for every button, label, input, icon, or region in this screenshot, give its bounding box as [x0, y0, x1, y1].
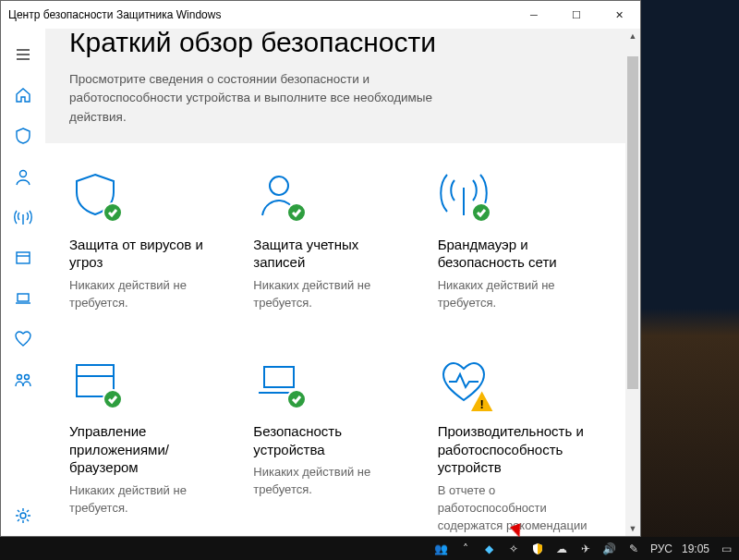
- tray-onedrive-icon[interactable]: ☁: [554, 542, 569, 556]
- sidebar-item-device-performance[interactable]: [1, 319, 45, 359]
- sidebar-item-home[interactable]: [1, 75, 45, 116]
- card-devsec-desc: Никаких действий не требуется.: [253, 464, 410, 499]
- sidebar-menu-button[interactable]: [1, 34, 45, 75]
- svg-point-4: [25, 375, 30, 380]
- sidebar: [1, 29, 45, 536]
- tray-chevron-up-icon[interactable]: ˄: [458, 542, 473, 556]
- scroll-thumb[interactable]: [627, 56, 638, 389]
- svg-rect-8: [264, 367, 294, 387]
- card-devsec-icon-wrap: [253, 356, 305, 408]
- card-perf-title: Производительность и работоспособность у…: [438, 422, 586, 477]
- card-firewall-icon-wrap: [438, 169, 490, 221]
- card-virus[interactable]: Защита от вирусов и угроз Никаких действ…: [69, 169, 248, 312]
- antenna-icon: [14, 208, 32, 226]
- check-badge-icon: [103, 202, 123, 223]
- svg-rect-2: [18, 294, 29, 301]
- sidebar-item-app-browser[interactable]: [1, 237, 45, 278]
- sidebar-item-firewall[interactable]: [1, 197, 45, 237]
- tray-app2-icon[interactable]: ✧: [506, 542, 521, 556]
- scroll-up-icon[interactable]: ▲: [625, 29, 640, 43]
- card-devsec[interactable]: Безопасность устройства Никаких действий…: [253, 356, 431, 536]
- gear-icon: [14, 506, 32, 525]
- titlebar: Центр безопасности Защитника Windows ─ ☐…: [1, 1, 640, 29]
- card-firewall-desc: Никаких действий не требуется.: [438, 277, 595, 312]
- tray-notifications-icon[interactable]: ▭: [719, 542, 733, 556]
- minimize-button[interactable]: ─: [513, 1, 555, 29]
- close-button[interactable]: ✕: [598, 1, 640, 29]
- card-appbrowser[interactable]: Управление приложениями/браузером Никаки…: [69, 356, 248, 536]
- heart-icon: [14, 330, 32, 348]
- card-account-title: Защита учетных записей: [253, 236, 401, 272]
- tray-airplane-icon[interactable]: ✈: [578, 542, 593, 556]
- svg-point-3: [18, 375, 22, 380]
- card-perf[interactable]: Производительность и работоспособность у…: [438, 356, 616, 536]
- app-window: Центр безопасности Защитника Windows ─ ☐…: [0, 0, 641, 537]
- laptop-icon: [14, 289, 32, 308]
- card-account[interactable]: Защита учетных записей Никаких действий …: [253, 169, 431, 312]
- content-area: Краткий обзор безопасности Просмотрите с…: [45, 29, 640, 536]
- card-firewall[interactable]: Брандмауэр и безопасность сети Никаких д…: [438, 169, 616, 312]
- scroll-down-icon[interactable]: ▼: [625, 521, 640, 536]
- page-subtitle: Просмотрите сведения о состоянии безопас…: [69, 70, 457, 127]
- card-virus-icon-wrap: [69, 169, 121, 221]
- check-badge-icon: [471, 202, 491, 223]
- sidebar-settings-button[interactable]: [1, 495, 45, 536]
- tray-clock[interactable]: 19:05: [682, 542, 709, 555]
- card-appbrowser-icon-wrap: [69, 356, 121, 408]
- person-icon: [14, 167, 32, 186]
- shield-icon: [14, 127, 32, 145]
- sidebar-item-virus[interactable]: [1, 116, 45, 156]
- tray-pen-icon[interactable]: ✎: [626, 542, 641, 556]
- card-virus-title: Защита от вирусов и угроз: [69, 236, 217, 272]
- tray-app1-icon[interactable]: ◆: [482, 542, 497, 556]
- tray-people-icon[interactable]: 👥: [434, 542, 449, 556]
- scrollbar[interactable]: ▲ ▼: [625, 29, 640, 536]
- sidebar-item-family[interactable]: [1, 359, 45, 400]
- card-account-icon-wrap: [253, 169, 305, 221]
- svg-rect-1: [17, 252, 30, 263]
- hamburger-icon: [15, 46, 31, 63]
- card-appbrowser-desc: Никаких действий не требуется.: [69, 482, 226, 517]
- window-icon: [14, 249, 32, 267]
- family-icon: [14, 371, 32, 389]
- sidebar-item-device-security[interactable]: [1, 278, 45, 319]
- card-appbrowser-title: Управление приложениями/браузером: [69, 422, 217, 477]
- card-devsec-title: Безопасность устройства: [253, 422, 401, 458]
- sidebar-item-account[interactable]: [1, 156, 45, 197]
- window-title: Центр безопасности Защитника Windows: [8, 8, 513, 21]
- page-title: Краткий обзор безопасности: [69, 29, 616, 57]
- tray-language[interactable]: РУС: [650, 542, 672, 555]
- card-virus-desc: Никаких действий не требуется.: [69, 277, 226, 312]
- svg-point-6: [270, 177, 288, 195]
- svg-point-0: [20, 171, 27, 177]
- cards-grid: Защита от вирусов и угроз Никаких действ…: [45, 143, 640, 536]
- taskbar: 👥 ˄ ◆ ✧ ☁ ✈ 🔊 ✎ РУС 19:05 ▭: [0, 537, 739, 560]
- card-firewall-title: Брандмауэр и безопасность сети: [438, 236, 586, 272]
- shield-tray-icon: [531, 542, 544, 555]
- home-icon: [14, 86, 32, 104]
- tray-volume-icon[interactable]: 🔊: [602, 542, 617, 556]
- card-account-desc: Никаких действий не требуется.: [253, 277, 410, 312]
- svg-point-5: [20, 513, 26, 518]
- maximize-button[interactable]: ☐: [555, 1, 598, 29]
- header-area: Краткий обзор безопасности Просмотрите с…: [45, 29, 640, 143]
- window-body: Краткий обзор безопасности Просмотрите с…: [1, 29, 640, 536]
- check-badge-icon: [286, 202, 307, 223]
- tray-defender-icon[interactable]: [530, 542, 545, 556]
- card-perf-icon-wrap: [438, 356, 490, 408]
